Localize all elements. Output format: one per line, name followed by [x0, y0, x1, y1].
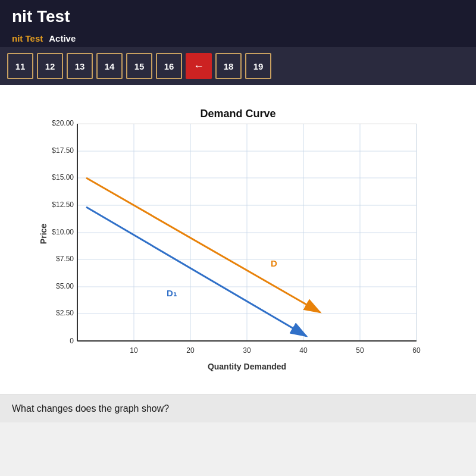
page-title: nit Test: [12, 7, 464, 30]
x-label-50: 50: [356, 346, 364, 355]
breadcrumb-status: Active: [49, 33, 76, 43]
x-label-10: 10: [130, 346, 138, 355]
chart-container: Demand Curve: [18, 97, 458, 383]
y-label-250: $2.50: [56, 309, 74, 317]
nav-back-button[interactable]: ←: [186, 53, 212, 79]
y-label-750: $7.50: [56, 255, 74, 263]
nav-question-13[interactable]: 13: [67, 53, 93, 79]
y-label-5: $5.00: [56, 282, 74, 290]
x-axis-label: Quantity Demanded: [208, 362, 286, 371]
y-label-1750: $17.50: [52, 146, 74, 155]
x-label-60: 60: [412, 346, 421, 355]
demand-curve-chart: Demand Curve: [36, 103, 440, 377]
y-label-15: $15.00: [52, 173, 74, 181]
x-label-40: 40: [299, 346, 308, 355]
nav-question-16[interactable]: 16: [156, 53, 182, 79]
header: nit Test nit Test Active: [0, 0, 476, 47]
nav-question-15[interactable]: 15: [126, 53, 152, 79]
y-label-20: $20.00: [52, 119, 74, 127]
x-label-20: 20: [186, 346, 195, 355]
question-text: What changes does the graph show?: [0, 394, 476, 422]
nav-question-14[interactable]: 14: [96, 53, 123, 79]
main-content: Demand Curve: [0, 85, 476, 394]
question-text-content: What changes does the graph show?: [12, 403, 169, 414]
breadcrumb: nit Test Active: [12, 30, 464, 47]
nav-question-11[interactable]: 11: [7, 53, 33, 79]
breadcrumb-link[interactable]: nit Test: [12, 33, 43, 43]
x-label-30: 30: [243, 346, 251, 355]
nav-question-18[interactable]: 18: [215, 53, 242, 79]
y-label-10: $10.00: [52, 228, 74, 236]
curve-d-label: D: [271, 258, 277, 268]
chart-title: Demand Curve: [200, 108, 275, 120]
y-label-0: 0: [70, 337, 74, 345]
nav-question-12[interactable]: 12: [37, 53, 63, 79]
nav-question-19[interactable]: 19: [245, 53, 271, 79]
y-label-1250: $12.50: [52, 201, 74, 209]
y-axis-label: Price: [39, 224, 48, 244]
curve-d1-label: D₁: [167, 288, 177, 298]
question-nav: 111213141516←1819: [0, 47, 476, 85]
